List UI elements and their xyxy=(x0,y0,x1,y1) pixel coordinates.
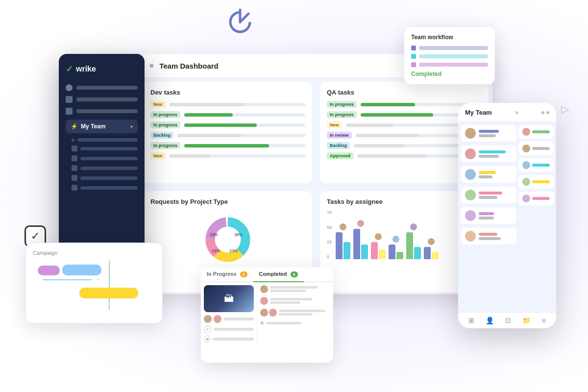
mobile-list-item[interactable] xyxy=(461,146,516,162)
status-badge: In progress xyxy=(327,101,357,108)
bar-group xyxy=(479,150,513,158)
status-badge-inprogress2: In progress xyxy=(150,122,180,128)
task-bar xyxy=(223,318,254,320)
mobile-card: My Team ∨ xyxy=(458,103,556,328)
bar-group xyxy=(479,171,513,178)
status-bar xyxy=(532,197,550,200)
task-row: In progress xyxy=(150,122,305,128)
home-icon xyxy=(66,84,73,91)
nav-list[interactable] xyxy=(66,108,138,115)
task-bar xyxy=(213,338,254,341)
y-label: 0 xyxy=(327,254,332,259)
sub-item-5[interactable] xyxy=(72,175,138,181)
task-bar xyxy=(479,134,496,137)
chevron-down-icon[interactable]: ∨ xyxy=(515,110,518,115)
task-row xyxy=(260,297,330,305)
status-bar xyxy=(479,192,502,195)
mobile-right-item[interactable] xyxy=(518,192,554,205)
bar xyxy=(343,242,350,259)
task-bars xyxy=(270,298,330,304)
logo-text: wrike xyxy=(76,65,96,74)
bar xyxy=(279,310,325,312)
grid-icon[interactable]: ⊞ xyxy=(468,317,474,324)
task-bar xyxy=(479,217,494,220)
board-icon[interactable]: ⊡ xyxy=(505,317,511,324)
task-meta-row: ⊕ xyxy=(204,336,254,343)
avatar xyxy=(522,195,530,202)
menu-icon[interactable]: ≡ xyxy=(541,317,545,324)
task-thumbnail: 🏔 xyxy=(204,285,254,312)
bar-group xyxy=(389,245,403,259)
sub-bar xyxy=(80,167,138,170)
tasks-panel: In Progress 2 Completed 4 🏔 + ⊕ xyxy=(201,267,333,363)
tasks-right-col: ⊕ xyxy=(257,282,333,345)
campaign-flow: → xyxy=(33,261,155,310)
bar-group xyxy=(406,232,421,259)
status-badge-backlog: Backlog xyxy=(150,132,173,139)
chart-icon xyxy=(225,5,255,40)
mobile-list-item[interactable] xyxy=(461,228,516,245)
mobile-right-item[interactable] xyxy=(518,142,554,155)
completed-label: Completed xyxy=(411,71,488,77)
mobile-right-item[interactable] xyxy=(518,158,554,172)
mobile-list-item[interactable] xyxy=(461,125,516,142)
bar xyxy=(336,232,343,259)
flow-line-vertical xyxy=(109,261,110,310)
tab-completed[interactable]: Completed 4 xyxy=(253,267,304,281)
workflow-title: Team workflow xyxy=(411,34,488,41)
bar xyxy=(389,245,395,259)
task-row xyxy=(260,309,330,317)
flow-line-horizontal xyxy=(43,279,92,280)
mobile-list-item[interactable] xyxy=(461,187,516,203)
sub-item-6[interactable] xyxy=(72,185,138,191)
tab-in-progress[interactable]: In Progress 2 xyxy=(201,267,253,281)
add-avatar[interactable]: + xyxy=(204,325,212,333)
mobile-list-item[interactable] xyxy=(461,166,516,183)
mobile-right-item[interactable] xyxy=(518,175,554,189)
sub-dot xyxy=(72,139,74,142)
menu-icon[interactable]: ≡ xyxy=(149,62,153,70)
svg-text:15%: 15% xyxy=(212,248,220,253)
sub-item-2[interactable] xyxy=(72,146,138,151)
sub-item-1[interactable] xyxy=(72,138,138,142)
sub-navigation xyxy=(66,138,138,191)
mobile-title: My Team xyxy=(465,109,492,116)
task-bar xyxy=(479,237,501,240)
status-bar xyxy=(532,180,550,183)
sub-item-3[interactable] xyxy=(72,155,138,161)
flow-node-blue xyxy=(62,265,101,275)
task-row: In progress xyxy=(150,111,305,118)
bar xyxy=(396,252,403,259)
status-bar xyxy=(479,171,496,174)
avatar xyxy=(522,178,530,186)
mobile-right-item[interactable] xyxy=(518,125,554,139)
flow-node-yellow xyxy=(79,288,138,298)
my-team-button[interactable]: ⚡ My Team ▾ xyxy=(66,120,138,133)
mobile-list-item[interactable] xyxy=(461,207,516,224)
svg-text:23%: 23% xyxy=(230,248,238,253)
avatar xyxy=(465,231,476,242)
avatar xyxy=(522,145,530,152)
bar-group xyxy=(479,233,513,240)
status-bar xyxy=(479,130,499,133)
avatar xyxy=(465,148,476,159)
avatar xyxy=(465,190,476,200)
play-icon[interactable]: ▷ xyxy=(561,103,569,116)
bar xyxy=(379,249,386,259)
task-user-row xyxy=(204,315,254,323)
task-bars xyxy=(266,322,330,324)
avatar xyxy=(465,169,476,180)
task-row: ⊕ xyxy=(260,320,330,325)
nav-home[interactable] xyxy=(66,84,138,91)
workflow-row-3 xyxy=(411,62,488,67)
sub-item-4[interactable] xyxy=(72,165,138,171)
folder-icon[interactable]: 📁 xyxy=(522,317,531,324)
people-icon[interactable]: 👤 xyxy=(486,317,494,324)
mountain-icon: 🏔 xyxy=(224,293,234,304)
bar xyxy=(353,229,360,259)
status-bar xyxy=(532,130,550,133)
avatar xyxy=(522,128,530,136)
task-row xyxy=(260,285,330,293)
status-badge-inprogress: In progress xyxy=(150,111,180,118)
nav-grid[interactable] xyxy=(66,96,138,103)
